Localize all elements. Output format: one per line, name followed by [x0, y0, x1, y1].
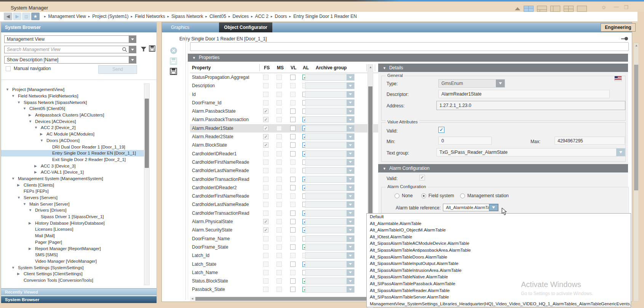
tree-item[interactable]: ▶AC Module [ACModules] — [1, 131, 144, 137]
dropdown-option[interactable]: Alt_SipassAlarmTableACModuleDevice.Alarm… — [367, 240, 631, 247]
collapsed-arrow-icon[interactable]: ▶ — [29, 247, 35, 251]
chevron-down-icon[interactable] — [347, 201, 354, 207]
archive-group-dropdown[interactable] — [305, 235, 355, 242]
tree-item[interactable]: ▶Mail [Mail] — [1, 233, 144, 239]
tree-item[interactable]: ▼Management System [ManagementSystem] — [1, 176, 144, 182]
tab-object-configurator[interactable]: Object Configurator — [219, 22, 272, 32]
breadcrumb-item[interactable]: Devices — [232, 14, 249, 19]
chevron-down-icon[interactable] — [347, 210, 354, 216]
fs-checkbox[interactable]: ✓ — [263, 117, 268, 122]
chevron-down-icon[interactable] — [347, 219, 354, 225]
collapsed-arrow-icon[interactable]: ▶ — [29, 221, 35, 225]
chevron-down-icon[interactable] — [347, 270, 354, 276]
back-button[interactable]: ◀ — [4, 13, 12, 20]
min-input[interactable]: 0 — [438, 137, 492, 145]
chevron-down-icon[interactable] — [347, 168, 354, 174]
alarm-valid-checkbox[interactable]: ✓ — [419, 175, 425, 180]
col-vl[interactable]: VL — [291, 65, 296, 70]
chevron-down-icon[interactable] — [347, 185, 354, 191]
expanded-arrow-icon[interactable]: ▼ — [34, 126, 41, 129]
collapsed-arrow-icon[interactable]: ▶ — [34, 164, 41, 168]
archive-group-dropdown[interactable] — [305, 133, 355, 140]
vl-checkbox[interactable] — [290, 142, 296, 148]
breadcrumb-item[interactable]: Field Networks — [135, 14, 165, 19]
fs-checkbox[interactable]: ✓ — [263, 227, 268, 233]
breadcrumb-item[interactable]: ACC 2 — [255, 14, 268, 19]
tree-item[interactable]: ▶ACC-VAL1 [Device_1] — [1, 169, 144, 176]
alarm-table-reference-dropdown[interactable]: Alt_Alarmtable.AlarmTable — [443, 204, 499, 211]
expanded-arrow-icon[interactable]: ▼ — [6, 88, 12, 91]
chevron-down-icon[interactable] — [347, 261, 354, 267]
tree-item[interactable]: ▼Main Server [Server] — [1, 201, 144, 207]
chevron-down-icon[interactable] — [347, 100, 354, 106]
chevron-down-icon[interactable] — [129, 36, 136, 43]
archive-group-dropdown[interactable] — [305, 108, 355, 115]
archive-group-dropdown[interactable] — [305, 210, 355, 217]
tree-item[interactable]: ▼Doors [ACDoors] — [1, 137, 144, 144]
forward-button[interactable]: ▶ — [13, 13, 21, 20]
tree-item[interactable]: ▼ACC 2 [Device_2] — [1, 124, 144, 131]
restore-icon[interactable]: ❐ — [624, 5, 628, 10]
expanded-arrow-icon[interactable]: ▼ — [29, 120, 35, 123]
chevron-down-icon[interactable] — [347, 244, 354, 250]
chevron-down-icon[interactable] — [347, 125, 354, 131]
expanded-arrow-icon[interactable]: ▼ — [11, 266, 18, 270]
valid-checkbox[interactable]: ✓ — [438, 127, 444, 133]
dropdown-option[interactable]: Alt_SipassAlarmTableNative.AlarmTable — [367, 274, 631, 281]
archive-group-dropdown[interactable] — [305, 91, 355, 98]
chevron-down-icon[interactable] — [347, 176, 354, 182]
radio-field-system[interactable] — [421, 193, 426, 198]
vl-checkbox[interactable] — [290, 278, 296, 284]
pin-top-icon[interactable] — [515, 7, 520, 10]
collapsed-arrow-icon[interactable]: ▶ — [17, 183, 24, 187]
tab-graphics[interactable]: Graphics — [167, 22, 193, 32]
expanded-arrow-icon[interactable]: ▼ — [17, 196, 24, 199]
chevron-down-icon[interactable] — [347, 91, 354, 97]
layout-split-icon[interactable] — [524, 6, 534, 12]
collapsed-arrow-icon[interactable]: ▶ — [29, 113, 35, 117]
tree-item[interactable]: ▼Devices [ACDevices] — [1, 118, 144, 124]
archive-group-dropdown[interactable] — [305, 269, 355, 276]
chevron-down-icon[interactable] — [347, 142, 354, 148]
display-mode-dropdown[interactable]: Show Description [Name] — [4, 56, 136, 64]
details-section-header[interactable]: ▼Details — [378, 64, 628, 72]
archive-group-dropdown[interactable] — [305, 167, 355, 174]
max-input[interactable]: 4294967295 — [555, 137, 625, 145]
vl-checkbox[interactable] — [290, 185, 296, 190]
save-search-icon[interactable] — [149, 45, 155, 52]
breadcrumb-item[interactable]: Client05 — [209, 14, 226, 19]
expanded-arrow-icon[interactable]: ▼ — [11, 94, 18, 98]
tree-item[interactable]: ▶Conversion Tools [ConversionTools] — [1, 277, 144, 284]
expanded-arrow-icon[interactable]: ▼ — [23, 107, 29, 110]
archive-group-dropdown[interactable] — [305, 286, 355, 293]
recently-viewed-bar[interactable]: Recently Viewed — [1, 288, 157, 295]
expanded-arrow-icon[interactable]: ▼ — [17, 101, 24, 104]
send-button[interactable]: Send — [98, 65, 137, 74]
tree-item[interactable]: ▼Client05 [Client05] — [1, 105, 144, 112]
minimize-icon[interactable]: — — [614, 4, 619, 10]
system-browser-bottom-bar[interactable]: System Browser — [1, 296, 157, 303]
save-as-icon[interactable] — [170, 68, 177, 75]
dropdown-option[interactable]: Alt_SipassAlarmTableAntipassbackArea.Ala… — [367, 247, 631, 254]
dropdown-option[interactable]: Alt_SIPassAlarmTablePassback.AlarmTable — [367, 281, 631, 287]
tree-item[interactable]: ▶Client Settings [ClientSettings] — [1, 271, 144, 277]
fs-checkbox[interactable]: ✓ — [263, 219, 268, 224]
expanded-arrow-icon[interactable]: ▼ — [11, 177, 18, 180]
breadcrumb-item[interactable]: Entry Single Door 1 Reader EN — [293, 14, 357, 19]
fs-checkbox[interactable]: ✓ — [263, 126, 268, 131]
dropdown-option[interactable]: Alt_IOtest.AlarmTable — [367, 234, 631, 241]
tree-item[interactable]: ▶Licenses [Licenses] — [1, 226, 144, 233]
tree-item[interactable]: ▼Project [ManagementView] — [1, 86, 144, 93]
vl-checkbox[interactable] — [290, 227, 296, 233]
tree-item[interactable]: ▼Servers [Servers] — [1, 195, 144, 201]
archive-group-dropdown[interactable] — [305, 201, 355, 208]
vl-checkbox[interactable] — [290, 177, 296, 182]
fs-checkbox[interactable]: ✓ — [263, 109, 268, 114]
archive-group-dropdown[interactable] — [305, 116, 355, 123]
chevron-down-icon[interactable] — [489, 204, 498, 211]
chevron-down-icon[interactable] — [616, 148, 625, 156]
chevron-down-icon[interactable] — [129, 56, 136, 63]
history-window-icon[interactable]: ◫ — [22, 13, 30, 20]
chevron-down-icon[interactable] — [347, 252, 354, 259]
breadcrumb-item[interactable]: Doors — [275, 14, 287, 19]
